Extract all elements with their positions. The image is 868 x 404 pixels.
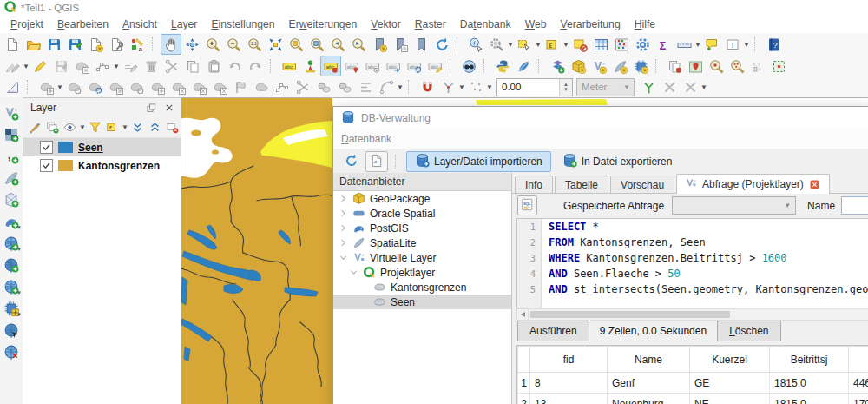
topological-editing-button[interactable] [638, 76, 659, 97]
tab-tabelle[interactable]: Tabelle [555, 176, 608, 193]
simplify-feature-button[interactable] [105, 76, 126, 97]
zoom-to-layer-button[interactable] [306, 34, 327, 55]
add-virtual-layer-button[interactable]: ▾ [1, 300, 22, 320]
filter-by-expression-dropdown-arrow-icon[interactable]: ▼ [122, 123, 128, 131]
dialog-menu-datenbank[interactable]: Datenbank [341, 133, 391, 145]
zoom-out-button[interactable] [223, 34, 244, 55]
deselect-all-button[interactable] [569, 34, 590, 55]
tree-expander-icon[interactable] [338, 224, 348, 232]
column-header-kuerzel[interactable]: Kuerzel [690, 347, 770, 373]
zoom-full-button[interactable] [265, 34, 286, 55]
text-annotation-dropdown-arrow-icon[interactable]: ▼ [743, 41, 750, 49]
scroll-left-arrow-icon[interactable] [517, 309, 529, 320]
circular-string-dropdown-arrow-icon[interactable]: ▼ [397, 83, 404, 91]
menu-raster[interactable]: Raster [408, 17, 453, 32]
cad-tools-button[interactable] [2, 76, 23, 97]
highlight-pinned-labels-button[interactable]: abc [320, 56, 341, 76]
close-panel-icon[interactable] [162, 102, 175, 115]
layer-checkbox[interactable] [40, 159, 53, 172]
select-by-rectangle-dropdown-arrow-icon[interactable]: ▼ [535, 41, 542, 49]
menu-layer[interactable]: Layer [164, 17, 205, 32]
copy-features-button[interactable] [182, 56, 203, 76]
query-name-input[interactable] [841, 196, 868, 215]
trim-extend-button[interactable] [355, 76, 376, 97]
undo-button[interactable] [224, 56, 245, 76]
self-snapping-button[interactable] [465, 76, 486, 97]
row-number-header[interactable] [518, 347, 530, 373]
scrollbar-thumb[interactable] [530, 311, 730, 318]
refresh-button[interactable] [340, 151, 363, 172]
tab-info[interactable]: Info [515, 176, 553, 193]
map-tips-button[interactable] [701, 34, 722, 55]
column-header-beitrittsj[interactable]: Beitrittsj [770, 347, 849, 373]
coordinate-capture-button[interactable]: X,Y [747, 56, 768, 76]
enable-tracing-button[interactable] [437, 76, 458, 97]
zoom-native-button[interactable]: 1:1 [244, 34, 265, 55]
column-header-fid[interactable]: fid [530, 347, 608, 373]
menu-ansicht[interactable]: Ansicht [115, 17, 164, 32]
copy-features-tool-button[interactable] [664, 56, 685, 76]
saved-query-dropdown[interactable]: ▼ [672, 196, 796, 215]
add-wms-layer-button[interactable]: ▾ [1, 235, 22, 255]
processing-toolbox-button[interactable] [632, 34, 653, 55]
tree-item-seen[interactable]: Seen [333, 295, 511, 309]
expand-all-button[interactable] [129, 119, 146, 136]
tree-expander-icon[interactable] [338, 209, 348, 217]
help-button[interactable]: ? [763, 34, 784, 55]
tree-item-kantonsgrenzen[interactable]: Kantonsgrenzen [333, 280, 511, 295]
merge-attributes-button[interactable] [334, 76, 355, 97]
layer-item-seen[interactable]: Seen [23, 138, 181, 156]
python-console-button[interactable] [492, 56, 513, 76]
snapping-unit-dropdown[interactable]: Meter ▼ [576, 78, 635, 96]
move-label-button[interactable]: abc [383, 56, 404, 76]
delete-selected-button[interactable] [141, 56, 161, 76]
import-layer-button[interactable]: Layer/Datei importieren [406, 151, 551, 172]
change-label-properties-button[interactable]: abc [424, 56, 445, 76]
collapse-all-button[interactable] [147, 119, 163, 136]
current-edits-button[interactable] [2, 56, 23, 76]
bookmark-manager-button[interactable] [411, 34, 431, 55]
move-feature-dropdown-arrow-icon[interactable]: ▼ [56, 83, 63, 91]
offset-curve-button[interactable] [251, 76, 272, 97]
metasearch-button[interactable] [458, 56, 479, 76]
open-layer-styling-button[interactable] [27, 119, 43, 136]
vertex-tool-dropdown-arrow-icon[interactable]: ▼ [113, 63, 120, 70]
vertex-tool-button[interactable] [92, 56, 113, 76]
select-by-rectangle-button[interactable] [514, 34, 535, 55]
toggle-editing-button[interactable] [30, 56, 50, 76]
add-postgis-layer-dropdown-arrow-icon[interactable]: ▾ [16, 224, 23, 231]
open-attribute-table-button[interactable] [590, 34, 611, 55]
snapping-options-dropdown-arrow-icon[interactable]: ▼ [700, 83, 707, 91]
add-wcs-layer-button[interactable] [1, 256, 22, 276]
menu-bearbeiten[interactable]: Bearbeiten [50, 17, 115, 32]
save-project-button[interactable] [43, 34, 64, 55]
menu-verarbeitung[interactable]: Verarbeitung [554, 17, 628, 32]
reshape-features-button[interactable] [230, 76, 251, 97]
open-project-button[interactable] [23, 34, 43, 55]
tree-expander-icon[interactable] [338, 239, 348, 247]
execute-button[interactable]: Ausführen [517, 321, 589, 341]
save-project-as-button[interactable] [64, 34, 85, 55]
add-group-button[interactable] [44, 119, 61, 136]
table-row[interactable]: 213NeuenburgNE1815.01709 [518, 394, 868, 404]
filter-by-expression-button[interactable]: ε [104, 119, 121, 136]
spinner-arrows-icon[interactable]: ▲▼ [559, 79, 572, 96]
pan-to-selection-button[interactable] [181, 34, 202, 55]
manage-map-themes-dropdown-arrow-icon[interactable]: ▼ [79, 123, 86, 131]
move-feature-button[interactable] [36, 76, 56, 97]
tree-item-projektlayer[interactable]: Projektlayer [333, 265, 511, 280]
canvas-extent-button[interactable] [768, 56, 789, 76]
new-print-layout-button[interactable] [85, 34, 106, 55]
redo-button[interactable] [245, 56, 266, 76]
layer-labeling-button[interactable]: abc [279, 56, 299, 76]
show-bookmarks-button[interactable] [390, 34, 411, 55]
add-delimited-text-layer-button[interactable]: , [1, 148, 22, 168]
snapping-options-button[interactable] [680, 76, 700, 97]
saved-query-button[interactable]: SQL [517, 195, 537, 215]
add-wms-layer-dropdown-arrow-icon[interactable]: ▾ [16, 246, 23, 253]
zoom-in-button[interactable] [202, 34, 223, 55]
select-by-expression-dropdown-arrow-icon[interactable]: ▼ [562, 41, 569, 49]
zoom-to-point-button[interactable] [706, 56, 727, 76]
self-snapping-dropdown-arrow-icon[interactable]: ▼ [486, 83, 493, 91]
add-virtual-layer-dropdown-arrow-icon[interactable]: ▾ [16, 311, 23, 318]
